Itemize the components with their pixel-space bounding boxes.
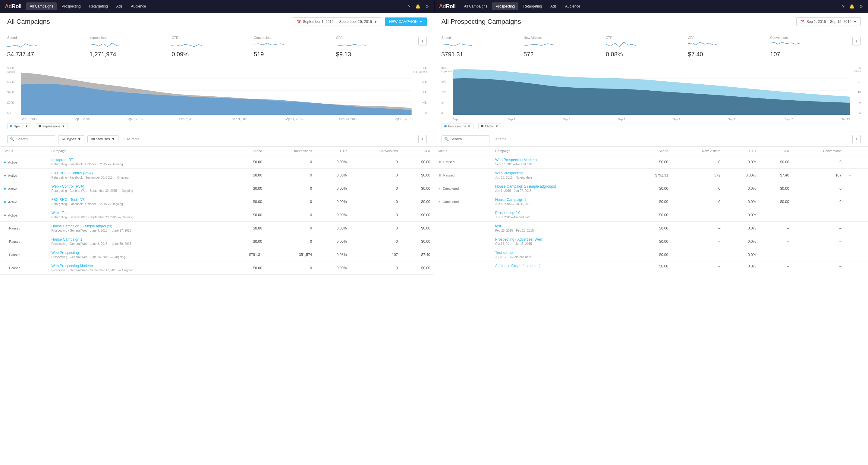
right-ctr-cell: 0.0% bbox=[724, 195, 760, 208]
chevron-down-icon: ▼ bbox=[853, 20, 857, 24]
right-cpa-cell: $0.00 bbox=[760, 182, 793, 195]
more-actions-cell bbox=[845, 222, 868, 235]
right-campaign-link[interactable]: Prospecting 2.0 bbox=[495, 211, 627, 215]
right-nav-ads[interactable]: Ads bbox=[547, 2, 560, 10]
search-box-right[interactable]: 🔍 bbox=[441, 135, 490, 143]
campaign-link[interactable]: House Campaign 1 bbox=[51, 237, 221, 241]
add-metric-button[interactable]: + bbox=[418, 37, 427, 45]
status-icon: ● bbox=[4, 199, 6, 204]
nav-audience[interactable]: Audience bbox=[127, 2, 150, 10]
right-status-label: Paused bbox=[443, 160, 455, 164]
right-page-title: All Prospecting Campaigns bbox=[441, 18, 521, 26]
right-nav: AdRoll All Campaigns Prospecting Retarge… bbox=[434, 0, 868, 13]
campaign-sub: Retargeting · General Web · September 29… bbox=[51, 215, 221, 219]
right-campaign-link[interactable]: Web Prospecting bbox=[495, 171, 627, 175]
right-metric-ctr: CTR 0.08% bbox=[606, 36, 688, 58]
left-nav: AdRoll All Campaigns Prospecting Retarge… bbox=[0, 0, 434, 13]
right-legend-clicks[interactable]: Clicks ▼ bbox=[478, 123, 501, 129]
right-status-label: Completed bbox=[443, 187, 459, 190]
right-nav-retargeting[interactable]: Retargeting bbox=[520, 2, 546, 10]
status-icon: ⏸ bbox=[4, 266, 7, 270]
right-help-icon[interactable]: ? bbox=[842, 4, 844, 9]
nav-retargeting[interactable]: Retargeting bbox=[86, 2, 112, 10]
right-campaign-link[interactable]: House Campaign 1 bbox=[495, 198, 627, 202]
ctr-cell: 0.00% bbox=[315, 208, 350, 222]
type-filter-button[interactable]: All Types ▼ bbox=[58, 135, 84, 143]
right-campaign-link[interactable]: Prospecting - Advertiser Web bbox=[495, 237, 627, 241]
right-campaign-link[interactable]: Web Prospecting Marketo bbox=[495, 158, 627, 162]
right-campaign-link[interactable]: Test set up bbox=[495, 251, 627, 255]
main-chart-svg bbox=[21, 67, 412, 115]
status-cell: ● Active bbox=[0, 208, 48, 222]
nav-prospecting[interactable]: Prospecting bbox=[58, 2, 84, 10]
table-row: ✓ Completed House Campaign 2 (simple adg… bbox=[434, 182, 868, 195]
search-input-right[interactable] bbox=[451, 137, 487, 141]
campaign-cell: House Campaign 1 Prospecting · General W… bbox=[48, 235, 225, 248]
right-campaign-sub: Jun 8, 2015—Jun 30, 2015 bbox=[495, 202, 627, 206]
add-filter-button[interactable]: + bbox=[418, 135, 427, 143]
search-input-left[interactable] bbox=[16, 137, 53, 141]
conversions-cell: 0 bbox=[350, 182, 401, 195]
right-campaign-link[interactable]: Audience Graph (see notes) bbox=[495, 264, 627, 268]
right-new-visitors-cell: – bbox=[672, 248, 724, 261]
new-campaign-button[interactable]: NEW CAMPAIGN ▼ bbox=[385, 18, 427, 26]
status-cell: ⏸ Paused bbox=[0, 222, 48, 235]
right-add-metric-button[interactable]: + bbox=[852, 37, 861, 45]
campaign-link[interactable]: Web - Test bbox=[51, 211, 221, 215]
right-legend-clicks-dot bbox=[481, 125, 484, 127]
spend-cell: $0.00 bbox=[225, 156, 266, 169]
campaign-link[interactable]: Web - Control (PSA) bbox=[51, 184, 221, 189]
date-range-button[interactable]: 📅 September 1, 2015 — September 15, 2015… bbox=[293, 18, 381, 26]
status-filter-button[interactable]: All Statuses ▼ bbox=[87, 135, 118, 143]
table-row: ● Active FBX RHC - Control (PSA) Retarge… bbox=[0, 169, 434, 182]
right-date-range-button[interactable]: 📅 Sep 1, 2015 – Sep 15, 2015 ▼ bbox=[796, 18, 861, 26]
right-spend-cell: $791.31 bbox=[630, 169, 672, 182]
bell-icon[interactable]: 🔔 bbox=[415, 4, 421, 9]
campaign-sub: Retargeting · Facebook · October 9, 2015… bbox=[51, 163, 221, 166]
campaign-link[interactable]: Instagram RT bbox=[51, 158, 221, 162]
right-cpa-cell: $7.40 bbox=[760, 169, 793, 182]
search-box-left[interactable]: 🔍 bbox=[7, 135, 55, 143]
right-legend-impressions[interactable]: Impressions ▼ bbox=[441, 123, 473, 129]
status-label: Active bbox=[8, 174, 17, 177]
table-row: Prospecting 2.0 Jun 5, 2015—No end date … bbox=[434, 208, 868, 222]
cpa-cell: $0.00 bbox=[401, 222, 434, 235]
right-cpa-cell: – bbox=[760, 222, 793, 235]
cpa-cell: $0.00 bbox=[401, 261, 434, 275]
nav-ads[interactable]: Ads bbox=[113, 2, 126, 10]
nav-all-campaigns[interactable]: All Campaigns bbox=[26, 2, 57, 10]
right-campaign-link[interactable]: House Campaign 2 (simple adgroups) bbox=[495, 184, 627, 189]
more-actions-cell: ··· bbox=[845, 169, 868, 182]
legend-spend[interactable]: Spend ▼ bbox=[7, 123, 31, 129]
right-spend-cell: $0.00 bbox=[630, 261, 672, 271]
more-button[interactable]: ··· bbox=[849, 159, 852, 164]
cpa-cell: $0.00 bbox=[401, 169, 434, 182]
campaign-link[interactable]: FBX RHC - Test - V3 bbox=[51, 198, 221, 202]
status-cell: ● Active bbox=[0, 156, 48, 169]
campaign-link[interactable]: House Campaign 2 (simple adgroups) bbox=[51, 224, 221, 228]
right-nav-all-campaigns[interactable]: All Campaigns bbox=[461, 2, 491, 10]
status-icon: ● bbox=[4, 160, 6, 164]
right-settings-icon[interactable]: ⚙ bbox=[859, 4, 863, 9]
help-icon[interactable]: ? bbox=[408, 4, 410, 9]
campaign-link[interactable]: Web Prospecting Marketo bbox=[51, 264, 221, 268]
cpa-cell: $0.00 bbox=[401, 235, 434, 248]
chevron-down-icon: ▼ bbox=[78, 137, 81, 141]
right-status-cell: ⏸ Paused bbox=[434, 169, 492, 182]
right-conversions-cell: – bbox=[793, 235, 845, 248]
right-bell-icon[interactable]: 🔔 bbox=[849, 4, 855, 9]
right-nav-audience[interactable]: Audience bbox=[561, 2, 584, 10]
more-actions-cell bbox=[845, 248, 868, 261]
settings-icon[interactable]: ⚙ bbox=[425, 4, 429, 9]
more-button[interactable]: ··· bbox=[849, 173, 852, 178]
legend-impressions[interactable]: Impressions ▼ bbox=[36, 123, 68, 129]
campaign-link[interactable]: Web Prospecting bbox=[51, 251, 221, 255]
right-cpa-cell: – bbox=[760, 261, 793, 271]
ctr-cell: 0.00% bbox=[315, 222, 350, 235]
campaign-link[interactable]: FBX RHC - Control (PSA) bbox=[51, 171, 221, 175]
right-nav-prospecting[interactable]: Prospecting bbox=[492, 2, 518, 10]
right-campaign-link[interactable]: test bbox=[495, 224, 627, 228]
status-icon: ● bbox=[4, 212, 6, 218]
right-add-filter-button[interactable]: + bbox=[852, 135, 861, 143]
impressions-cell: 0 bbox=[266, 261, 316, 275]
